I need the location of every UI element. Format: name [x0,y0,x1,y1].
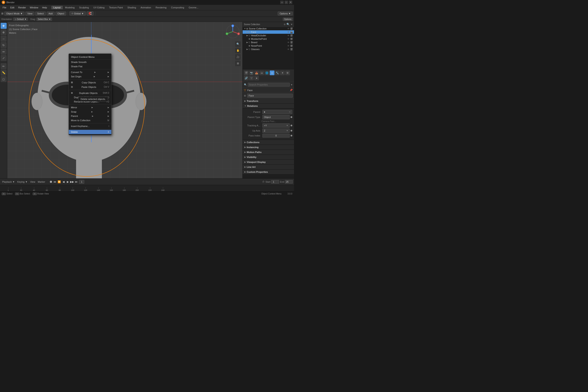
options-btn-2[interactable]: Options [283,18,293,21]
props-scene-data-btn[interactable]: 🌐 [264,70,269,75]
beard-render-icon[interactable]: 🎬 [290,41,293,44]
workspace-modeling[interactable]: Modeling [63,6,77,9]
start-frame-input[interactable] [271,180,279,184]
section-relations[interactable]: ▼ Relations [243,104,294,108]
options-button[interactable]: Options ▼ [278,12,293,16]
tool-transform[interactable]: ⤢ [1,55,7,61]
tracking-axis-dropdown[interactable]: +Y ▼ [262,123,290,128]
viewport[interactable]: Front Orthographic (1) Scene Collection … [7,22,242,178]
grid-button[interactable]: ⊞ [235,60,241,66]
up-axis-dropdown[interactable]: Z ▼ [262,128,290,133]
section-motion-paths[interactable]: ▶ Motion Paths [243,150,294,155]
section-custom-properties[interactable]: ▶ Custom Properties [243,170,294,174]
minimize-button[interactable]: — [280,1,284,4]
head-render-icon[interactable]: 🎬 [290,34,293,37]
props-object-btn[interactable]: ◻ [270,70,274,75]
ctx-parent[interactable]: Parent ▶ [69,114,111,118]
step-forward-btn[interactable]: ▶▶ [70,180,74,184]
drag-selector[interactable]: Select Box ▼ [36,18,52,21]
outliner-search-btn[interactable]: 🔍 [286,23,290,26]
section-viewport-display[interactable]: ▶ Viewport Display [243,160,294,164]
ctx-insert-keyframe[interactable]: Insert Keyframe... I [69,124,111,128]
mustache-eye-icon[interactable]: 👁 [287,38,290,40]
outliner-beard[interactable]: ▶ ▽ Beard 👁 🎬 [243,40,294,44]
outliner-nosepoint[interactable]: ▶ ✚ NosePoint 👁 🎬 [243,44,294,48]
end-frame-input[interactable] [285,180,293,184]
parent-input[interactable]: ■ ✏ [262,110,292,114]
workspace-uv-editing[interactable]: UV Editing [91,6,106,9]
mode-selector[interactable]: Object Mode ▼ [4,12,24,16]
select-menu[interactable]: Select [35,12,46,16]
outliner-mustachepoint[interactable]: ▶ ✚ MustachePoint 👁 🎬 [243,37,294,40]
ctx-shade-flat[interactable]: Shade Flat [69,64,111,68]
current-frame-display[interactable]: 1 [79,180,84,184]
outliner-scene-collection[interactable]: ▼ ⊞ Scene Collection 👁 🎬 [243,27,294,30]
ctx-convert-to[interactable]: Convert To ▶ [69,70,111,74]
snap-button[interactable]: 🧲 [86,12,94,16]
tool-move[interactable]: ↔ [1,36,7,42]
nose-eye-icon[interactable]: 👁 [287,45,290,47]
parent-type-dropdown[interactable]: Object [262,115,290,119]
close-button[interactable]: ✕ [289,1,292,4]
ctx-paste-objects[interactable]: ⊟ Paste Objects Ctrl V [69,85,111,89]
beard-eye-icon[interactable]: 👁 [287,41,290,44]
props-constraints-btn[interactable]: 🔗 [244,76,249,80]
props-scene-btn[interactable]: 🎬 [244,70,249,75]
playback-menu[interactable]: Playback ▼ [1,180,16,184]
pass-index-input[interactable]: 0 [262,134,290,138]
scene-eye-icon[interactable]: 👁 [287,28,290,30]
glasses-eye-icon[interactable]: 👁 [287,48,290,50]
nose-render-icon[interactable]: 🎬 [290,45,293,47]
props-search-input[interactable] [248,83,290,86]
outliner-glasses[interactable]: ▶ ▽ Glasses 👁 🎬 [243,48,294,51]
props-render-btn[interactable]: 📷 [249,70,254,75]
add-menu[interactable]: Add [47,12,55,16]
section-transform[interactable]: ▶ Transform [243,99,294,104]
props-output-btn[interactable]: 📤 [254,70,259,75]
props-physics-btn[interactable]: ⚙ [285,70,290,75]
maximize-button[interactable]: □ [284,1,288,4]
play-btn[interactable]: ▶ [66,180,70,184]
outliner-filter-btn[interactable]: ⚙ [284,23,286,26]
object-data-name-input[interactable] [247,94,293,98]
menu-file[interactable]: File [1,6,8,9]
face-eye-icon[interactable]: 👁 [287,31,290,33]
step-back-btn[interactable]: ◀ [62,180,65,184]
pass-index-dot[interactable] [290,135,292,136]
workspace-sculpting[interactable]: Sculpting [77,6,91,9]
timeline-track[interactable]: 1 20 40 60 80 100 120 140 160 180 200 22… [0,185,294,191]
tool-select[interactable]: ✥ [1,23,7,29]
tool-scale[interactable]: ⇔ [1,48,7,54]
viewport-gizmo[interactable]: Z X Y [225,24,240,39]
parent-type-dot[interactable] [290,116,292,118]
menu-window[interactable]: Window [28,6,40,9]
props-modifier-btn[interactable]: 🔧 [275,70,280,75]
props-particles-btn[interactable]: ✦ [280,70,285,75]
workspace-shading[interactable]: Shading [125,6,138,9]
marker-menu[interactable]: Marker [37,180,46,184]
window-controls[interactable]: — □ ✕ [280,1,292,4]
tool-cursor[interactable]: ⊕ [1,29,7,35]
view-menu[interactable]: View [25,12,34,16]
camera-view-button[interactable]: ✋ [235,48,241,53]
orientation-selector[interactable]: ⊹ Global ▼ [70,12,86,16]
workspace-animation[interactable]: Animation [138,6,153,9]
prev-keyframe-btn[interactable]: ⏪ [57,180,61,184]
section-collections[interactable]: ▶ Collections [243,140,294,145]
face-render-icon[interactable]: 🎬 [290,31,293,33]
tool-add-cube[interactable]: ◻ [1,76,7,82]
ctx-duplicate-objects[interactable]: ⊕ Duplicate Objects Shift D [69,91,111,95]
outliner-face[interactable]: ▶ ▽ Face 👁 🎬 [243,30,294,34]
section-instancing[interactable]: ▶ Instancing [243,145,294,150]
tracking-axis-dot[interactable] [290,125,292,126]
menu-render[interactable]: Render [16,6,28,9]
object-menu[interactable]: Object [56,12,66,16]
jump-end-btn[interactable]: ⏭ [74,180,78,184]
head-eye-icon[interactable]: 👁 [287,34,290,37]
workspace-compositing[interactable]: Compositing [169,6,186,9]
orientation-default[interactable]: ⊹ Default ▼ [13,18,28,21]
props-view-layer-btn[interactable]: 🗂 [260,70,264,75]
menu-edit[interactable]: Edit [8,6,16,9]
workspace-texture-paint[interactable]: Texture Paint [107,6,125,9]
scene-render-icon[interactable]: 🎬 [290,28,293,30]
